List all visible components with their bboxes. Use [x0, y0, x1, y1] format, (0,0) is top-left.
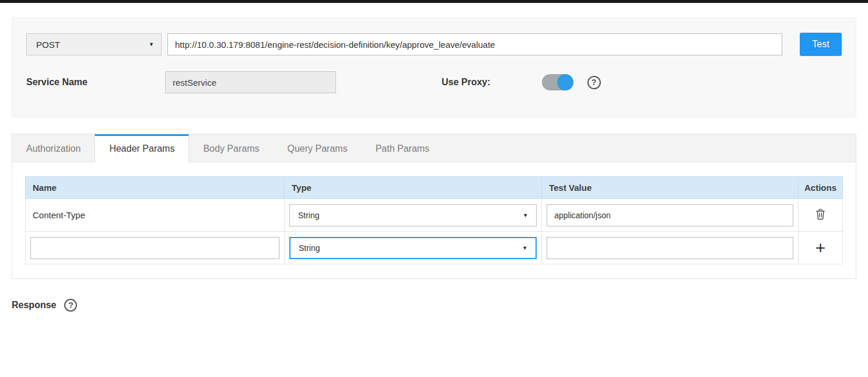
column-header-actions: Actions [799, 177, 843, 199]
response-label: Response [12, 300, 56, 310]
http-method-select[interactable]: POST ▼ [26, 33, 162, 55]
new-param-type-select[interactable]: String ▼ [289, 237, 537, 259]
response-help-icon[interactable]: ? [64, 299, 77, 312]
table-row-content-type: Content-Type String ▼ [26, 199, 843, 232]
service-name-input[interactable] [165, 71, 336, 93]
column-header-type: Type [284, 177, 541, 199]
toggle-knob [557, 74, 573, 90]
delete-row-icon[interactable] [816, 208, 825, 220]
tab-path-params[interactable]: Path Params [362, 134, 443, 162]
column-header-name: Name [26, 177, 285, 199]
param-type-value: String [298, 211, 320, 220]
test-button[interactable]: Test [800, 33, 842, 56]
table-row-new-param: String ▼ + [26, 232, 843, 264]
use-proxy-label: Use Proxy: [442, 77, 491, 88]
http-method-value: POST [36, 40, 60, 50]
param-name-text: Content-Type [26, 199, 285, 232]
tab-authorization[interactable]: Authorization [12, 134, 94, 162]
tabs-bar: Authorization Header Params Body Params … [12, 134, 856, 162]
header-params-table: Name Type Test Value Actions Content-Typ… [25, 176, 843, 264]
use-proxy-toggle[interactable] [542, 74, 573, 90]
chevron-down-icon: ▼ [522, 245, 527, 251]
new-param-name-input[interactable] [30, 237, 279, 259]
chevron-down-icon: ▼ [149, 41, 154, 47]
tab-header-params[interactable]: Header Params [94, 134, 189, 162]
service-proxy-row: Service Name Use Proxy: ? [26, 71, 842, 93]
new-param-test-value-input[interactable] [547, 237, 793, 259]
top-bar [0, 0, 868, 3]
header-params-content: Name Type Test Value Actions Content-Typ… [12, 162, 856, 278]
tab-body-params[interactable]: Body Params [189, 134, 273, 162]
add-row-icon[interactable]: + [816, 238, 826, 257]
column-header-test-value: Test Value [542, 177, 799, 199]
params-panel: Authorization Header Params Body Params … [12, 134, 856, 279]
request-url-row: POST ▼ Test [26, 33, 842, 56]
chevron-down-icon: ▼ [523, 212, 528, 218]
use-proxy-help-icon[interactable]: ? [587, 76, 601, 89]
url-input[interactable] [167, 33, 782, 55]
request-config-panel: POST ▼ Test Service Name Use Proxy: ? [12, 18, 856, 117]
tab-query-params[interactable]: Query Params [273, 134, 361, 162]
param-test-value-input[interactable] [547, 204, 793, 226]
table-header-row: Name Type Test Value Actions [26, 177, 843, 199]
response-section: Response ? [12, 299, 856, 312]
param-type-select[interactable]: String ▼ [289, 204, 537, 226]
new-param-type-value: String [299, 243, 320, 253]
service-name-label: Service Name [26, 77, 165, 88]
